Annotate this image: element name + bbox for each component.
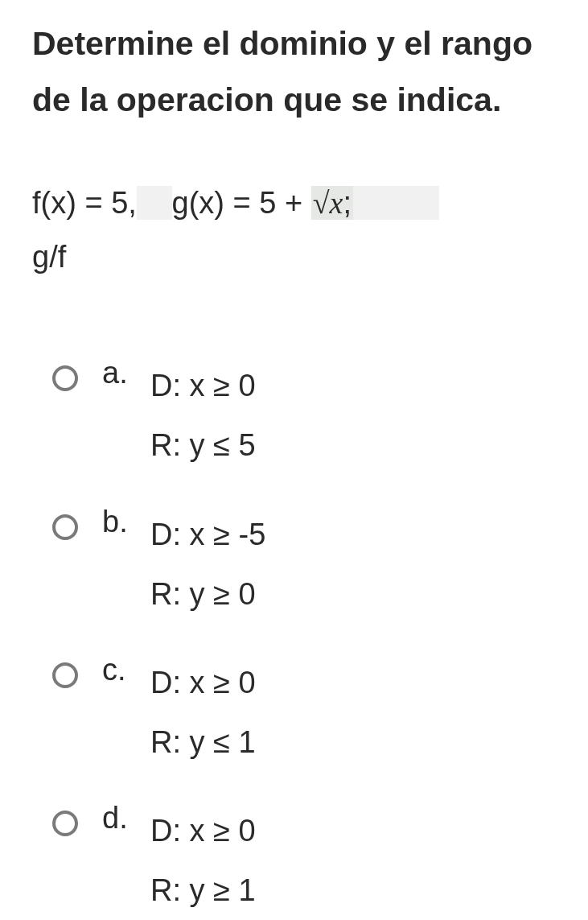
option-range: R: y ≥ 0 xyxy=(150,564,265,624)
option-b[interactable]: b. D: x ≥ -5 R: y ≥ 0 xyxy=(52,505,556,624)
option-domain: D: x ≥ 0 xyxy=(150,653,256,712)
option-letter: b. xyxy=(102,505,150,539)
equation-fx: f(x) = 5, xyxy=(32,186,137,220)
option-range: R: y ≤ 5 xyxy=(150,415,256,475)
highlight-spacer-1 xyxy=(137,186,172,220)
radio-icon[interactable] xyxy=(52,662,78,688)
option-letter: c. xyxy=(102,653,150,687)
option-letter: d. xyxy=(102,801,150,835)
equation-line-2: g/f xyxy=(32,240,66,274)
option-range: R: y ≤ 1 xyxy=(150,712,256,772)
radio-icon[interactable] xyxy=(52,811,78,836)
options-container: a. D: x ≥ 0 R: y ≤ 5 b. D: x ≥ -5 R: y ≥… xyxy=(32,356,556,920)
radio-icon[interactable] xyxy=(52,365,78,391)
option-domain: D: x ≥ 0 xyxy=(150,356,256,415)
option-letter: a. xyxy=(102,356,150,390)
question-title: Determine el dominio y el rango de la op… xyxy=(32,16,556,128)
sqrt-expression: √x xyxy=(313,186,343,220)
highlight-sqrt: √x; xyxy=(311,186,353,220)
option-text: D: x ≥ 0 R: y ≤ 5 xyxy=(150,356,256,475)
option-domain: D: x ≥ -5 xyxy=(150,505,265,564)
option-text: D: x ≥ -5 R: y ≥ 0 xyxy=(150,505,265,624)
option-a[interactable]: a. D: x ≥ 0 R: y ≤ 5 xyxy=(52,356,556,475)
option-d[interactable]: d. D: x ≥ 0 R: y ≥ 1 xyxy=(52,801,556,920)
option-text: D: x ≥ 0 R: y ≤ 1 xyxy=(150,653,256,772)
equation-block: f(x) = 5, g(x) = 5 + √x; g/f xyxy=(32,176,556,283)
equation-gx: g(x) = 5 + xyxy=(172,186,311,220)
equation-line-1: f(x) = 5, g(x) = 5 + √x; xyxy=(32,176,556,230)
semicolon: ; xyxy=(343,186,352,220)
option-c[interactable]: c. D: x ≥ 0 R: y ≤ 1 xyxy=(52,653,556,772)
option-domain: D: x ≥ 0 xyxy=(150,801,256,860)
option-range: R: y ≥ 1 xyxy=(150,860,256,920)
option-text: D: x ≥ 0 R: y ≥ 1 xyxy=(150,801,256,920)
highlight-spacer-2 xyxy=(353,186,439,220)
radio-icon[interactable] xyxy=(52,514,78,540)
